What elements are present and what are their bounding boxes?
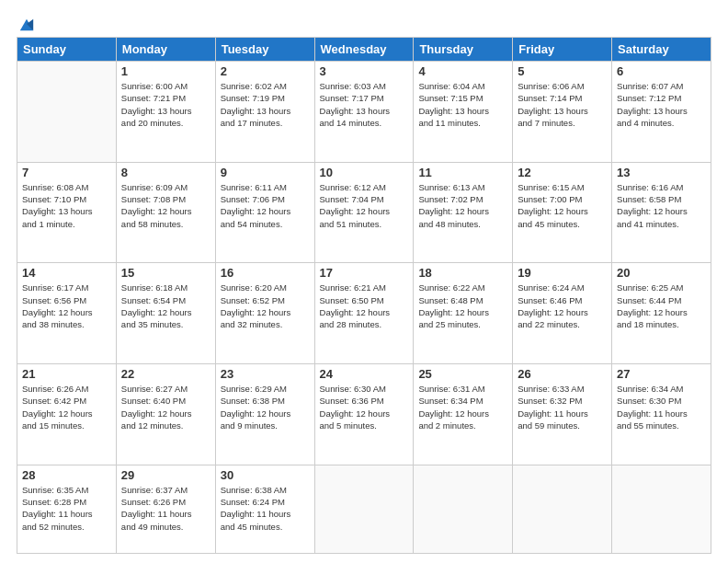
calendar-table: SundayMondayTuesdayWednesdayThursdayFrid… [17, 37, 711, 554]
day-number: 6 [617, 64, 706, 78]
day-info: Sunrise: 6:17 AM Sunset: 6:56 PM Dayligh… [22, 282, 111, 330]
calendar-cell: 23Sunrise: 6:29 AM Sunset: 6:38 PM Dayli… [215, 364, 314, 465]
day-info: Sunrise: 6:16 AM Sunset: 6:58 PM Dayligh… [617, 181, 706, 230]
calendar-cell: 18Sunrise: 6:22 AM Sunset: 6:48 PM Dayli… [414, 263, 513, 364]
calendar-cell: 5Sunrise: 6:06 AM Sunset: 7:14 PM Daylig… [513, 62, 612, 163]
day-number: 11 [418, 166, 507, 179]
calendar-cell: 28Sunrise: 6:35 AM Sunset: 6:28 PM Dayli… [17, 465, 117, 553]
day-info: Sunrise: 6:09 AM Sunset: 7:08 PM Dayligh… [121, 181, 210, 230]
day-info: Sunrise: 6:00 AM Sunset: 7:21 PM Dayligh… [121, 80, 210, 129]
day-info: Sunrise: 6:22 AM Sunset: 6:48 PM Dayligh… [418, 282, 507, 330]
calendar-cell [314, 465, 414, 553]
day-info: Sunrise: 6:33 AM Sunset: 6:32 PM Dayligh… [518, 383, 607, 431]
day-number: 9 [221, 166, 310, 179]
day-number: 1 [121, 64, 210, 78]
day-number: 27 [617, 367, 706, 381]
day-info: Sunrise: 6:11 AM Sunset: 7:06 PM Dayligh… [221, 181, 310, 230]
calendar-cell: 13Sunrise: 6:16 AM Sunset: 6:58 PM Dayli… [612, 162, 711, 263]
day-number: 15 [121, 266, 210, 280]
day-number: 12 [518, 166, 607, 179]
header [17, 17, 711, 29]
day-info: Sunrise: 6:30 AM Sunset: 6:36 PM Dayligh… [320, 383, 409, 431]
calendar-week-3: 14Sunrise: 6:17 AM Sunset: 6:56 PM Dayli… [17, 263, 711, 364]
column-header-monday: Monday [116, 38, 215, 62]
day-number: 7 [22, 166, 111, 179]
day-number: 16 [221, 266, 310, 280]
calendar-cell: 10Sunrise: 6:12 AM Sunset: 7:04 PM Dayli… [314, 162, 414, 263]
day-info: Sunrise: 6:15 AM Sunset: 7:00 PM Dayligh… [518, 181, 607, 230]
calendar-cell: 26Sunrise: 6:33 AM Sunset: 6:32 PM Dayli… [513, 364, 612, 465]
calendar-cell [513, 465, 612, 553]
calendar-cell: 1Sunrise: 6:00 AM Sunset: 7:21 PM Daylig… [116, 62, 215, 163]
calendar-cell: 27Sunrise: 6:34 AM Sunset: 6:30 PM Dayli… [612, 364, 711, 465]
day-info: Sunrise: 6:07 AM Sunset: 7:12 PM Dayligh… [617, 80, 706, 129]
logo [17, 17, 35, 29]
day-info: Sunrise: 6:27 AM Sunset: 6:40 PM Dayligh… [121, 383, 210, 431]
day-info: Sunrise: 6:06 AM Sunset: 7:14 PM Dayligh… [518, 80, 607, 129]
day-number: 13 [617, 166, 706, 179]
day-number: 8 [121, 166, 210, 179]
day-info: Sunrise: 6:12 AM Sunset: 7:04 PM Dayligh… [320, 181, 409, 230]
day-info: Sunrise: 6:29 AM Sunset: 6:38 PM Dayligh… [221, 383, 310, 431]
day-info: Sunrise: 6:25 AM Sunset: 6:44 PM Dayligh… [617, 282, 706, 330]
column-header-thursday: Thursday [414, 38, 513, 62]
day-number: 5 [518, 64, 607, 78]
day-number: 23 [221, 367, 310, 381]
calendar-cell: 21Sunrise: 6:26 AM Sunset: 6:42 PM Dayli… [17, 364, 117, 465]
calendar-week-5: 28Sunrise: 6:35 AM Sunset: 6:28 PM Dayli… [17, 465, 711, 553]
day-info: Sunrise: 6:20 AM Sunset: 6:52 PM Dayligh… [221, 282, 310, 330]
calendar-cell: 11Sunrise: 6:13 AM Sunset: 7:02 PM Dayli… [414, 162, 513, 263]
calendar-cell: 4Sunrise: 6:04 AM Sunset: 7:15 PM Daylig… [414, 62, 513, 163]
calendar-cell: 12Sunrise: 6:15 AM Sunset: 7:00 PM Dayli… [513, 162, 612, 263]
day-info: Sunrise: 6:03 AM Sunset: 7:17 PM Dayligh… [320, 80, 409, 129]
day-number: 22 [121, 367, 210, 381]
column-header-tuesday: Tuesday [215, 38, 314, 62]
day-number: 28 [22, 468, 111, 482]
day-info: Sunrise: 6:24 AM Sunset: 6:46 PM Dayligh… [518, 282, 607, 330]
calendar-cell: 24Sunrise: 6:30 AM Sunset: 6:36 PM Dayli… [314, 364, 414, 465]
column-header-wednesday: Wednesday [314, 38, 414, 62]
day-number: 10 [320, 166, 409, 179]
calendar-cell: 25Sunrise: 6:31 AM Sunset: 6:34 PM Dayli… [414, 364, 513, 465]
calendar-cell: 15Sunrise: 6:18 AM Sunset: 6:54 PM Dayli… [116, 263, 215, 364]
calendar-cell [414, 465, 513, 553]
calendar-cell: 14Sunrise: 6:17 AM Sunset: 6:56 PM Dayli… [17, 263, 117, 364]
column-header-sunday: Sunday [17, 38, 117, 62]
day-info: Sunrise: 6:35 AM Sunset: 6:28 PM Dayligh… [22, 484, 111, 533]
day-info: Sunrise: 6:37 AM Sunset: 6:26 PM Dayligh… [121, 484, 210, 533]
day-number: 24 [320, 367, 409, 381]
day-number: 18 [418, 266, 507, 280]
day-info: Sunrise: 6:38 AM Sunset: 6:24 PM Dayligh… [221, 484, 310, 533]
day-number: 20 [617, 266, 706, 280]
day-info: Sunrise: 6:02 AM Sunset: 7:19 PM Dayligh… [221, 80, 310, 129]
calendar-cell: 17Sunrise: 6:21 AM Sunset: 6:50 PM Dayli… [314, 263, 414, 364]
day-info: Sunrise: 6:31 AM Sunset: 6:34 PM Dayligh… [418, 383, 507, 431]
day-number: 4 [418, 64, 507, 78]
calendar-cell: 3Sunrise: 6:03 AM Sunset: 7:17 PM Daylig… [314, 62, 414, 163]
day-number: 25 [418, 367, 507, 381]
calendar-cell [612, 465, 711, 553]
calendar-cell: 9Sunrise: 6:11 AM Sunset: 7:06 PM Daylig… [215, 162, 314, 263]
calendar-cell [17, 62, 117, 163]
day-info: Sunrise: 6:21 AM Sunset: 6:50 PM Dayligh… [320, 282, 409, 330]
calendar-cell: 19Sunrise: 6:24 AM Sunset: 6:46 PM Dayli… [513, 263, 612, 364]
calendar-week-4: 21Sunrise: 6:26 AM Sunset: 6:42 PM Dayli… [17, 364, 711, 465]
calendar-header-row: SundayMondayTuesdayWednesdayThursdayFrid… [17, 38, 711, 62]
day-info: Sunrise: 6:08 AM Sunset: 7:10 PM Dayligh… [22, 181, 111, 230]
logo-icon [18, 17, 35, 33]
day-info: Sunrise: 6:13 AM Sunset: 7:02 PM Dayligh… [418, 181, 507, 230]
day-number: 29 [121, 468, 210, 482]
calendar-cell: 2Sunrise: 6:02 AM Sunset: 7:19 PM Daylig… [215, 62, 314, 163]
column-header-saturday: Saturday [612, 38, 711, 62]
calendar-cell: 7Sunrise: 6:08 AM Sunset: 7:10 PM Daylig… [17, 162, 117, 263]
calendar-cell: 20Sunrise: 6:25 AM Sunset: 6:44 PM Dayli… [612, 263, 711, 364]
day-number: 2 [221, 64, 310, 78]
day-number: 19 [518, 266, 607, 280]
calendar-cell: 22Sunrise: 6:27 AM Sunset: 6:40 PM Dayli… [116, 364, 215, 465]
day-number: 21 [22, 367, 111, 381]
calendar-cell: 30Sunrise: 6:38 AM Sunset: 6:24 PM Dayli… [215, 465, 314, 553]
calendar-cell: 6Sunrise: 6:07 AM Sunset: 7:12 PM Daylig… [612, 62, 711, 163]
day-number: 3 [320, 64, 409, 78]
day-number: 26 [518, 367, 607, 381]
day-info: Sunrise: 6:34 AM Sunset: 6:30 PM Dayligh… [617, 383, 706, 431]
